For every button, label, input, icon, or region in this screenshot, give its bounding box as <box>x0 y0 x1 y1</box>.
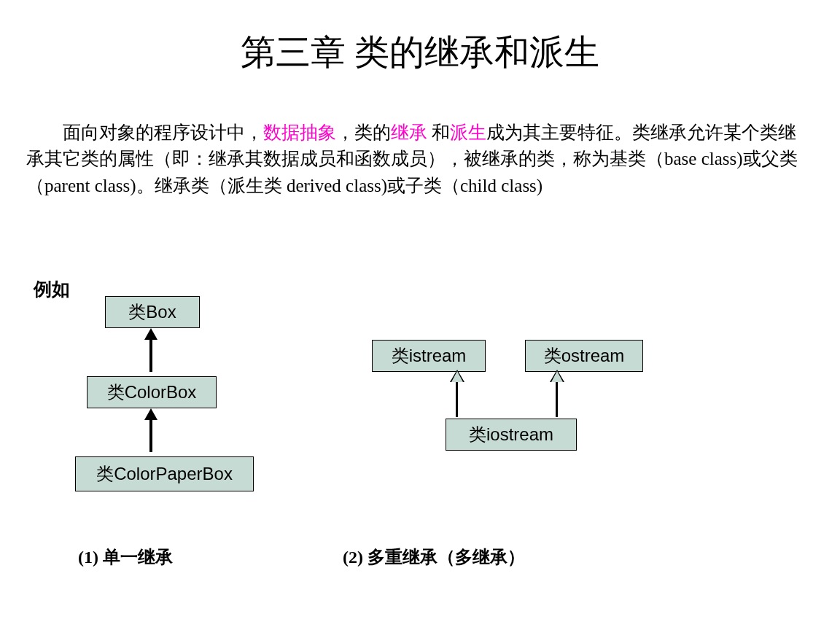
d1-box-colorpaperbox: 类ColorPaperBox <box>75 456 254 491</box>
d1-caption: (1) 单一继承 <box>78 545 173 569</box>
intro-pink2: 继承 <box>391 122 427 142</box>
arrow-colorbox-to-box <box>149 337 152 372</box>
d1-box-box: 类Box <box>105 296 200 328</box>
d2-box-iostream: 类iostream <box>446 419 577 451</box>
arrow-iostream-to-istream <box>456 382 458 417</box>
intro-seg1: 面向对象的程序设计中， <box>63 122 263 142</box>
intro-pink1: 数据抽象 <box>263 122 336 142</box>
intro-seg2: ，类的 <box>336 122 391 142</box>
intro-seg3: 和 <box>427 122 450 142</box>
arrow-colorpaperbox-to-colorbox <box>149 417 152 452</box>
d2-caption: (2) 多重继承（多继承） <box>343 545 525 569</box>
example-label: 例如 <box>34 277 70 301</box>
d2-box-istream: 类istream <box>372 340 486 372</box>
page-title: 第三章 类的继承和派生 <box>0 0 840 76</box>
intro-paragraph: 面向对象的程序设计中，数据抽象，类的继承 和派生成为其主要特征。类继承允许某个类… <box>26 120 814 199</box>
arrow-iostream-to-ostream <box>556 382 558 417</box>
intro-pink3: 派生 <box>450 122 486 142</box>
d2-box-ostream: 类ostream <box>525 340 643 372</box>
d1-box-colorbox: 类ColorBox <box>87 376 217 408</box>
